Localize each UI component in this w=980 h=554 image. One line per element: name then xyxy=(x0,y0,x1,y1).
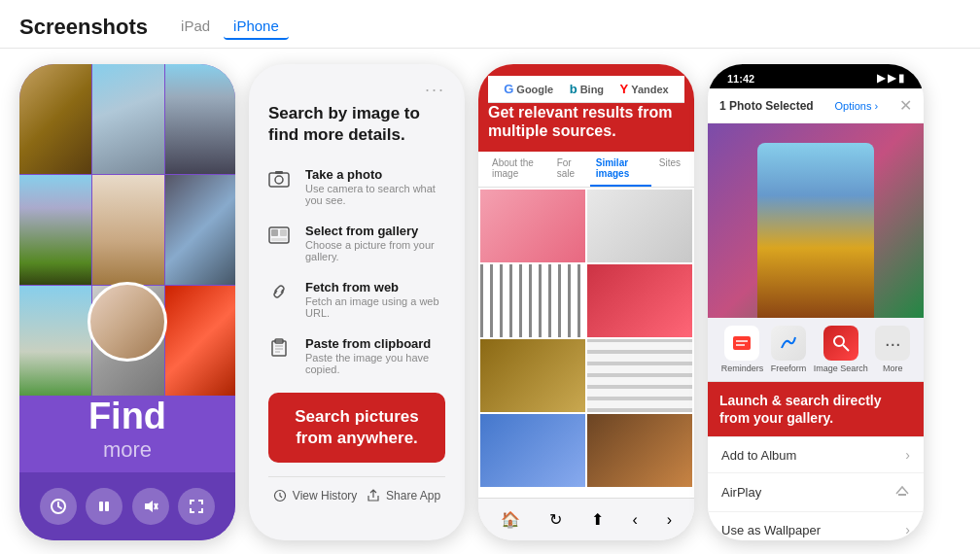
status-icons: ▶ ▶ ▮ xyxy=(877,72,904,85)
collage-asian-woman xyxy=(165,175,235,285)
refresh-icon[interactable] xyxy=(40,488,77,525)
svg-point-22 xyxy=(834,336,844,346)
option-take-photo[interactable]: Take a photo Use camera to search what y… xyxy=(268,167,445,206)
screen2-content: Search by image to find more details. Ta… xyxy=(249,64,465,522)
app-reminders[interactable]: Reminders xyxy=(721,326,764,373)
nav-back-icon[interactable]: ‹ xyxy=(633,511,638,529)
results-tabs: About the image For sale Similar images … xyxy=(478,152,694,188)
page-title: Screenshots xyxy=(19,15,148,40)
app-freeform[interactable]: Freeform xyxy=(771,326,807,373)
option-gallery-text: Select from gallery Choose a picture fro… xyxy=(305,224,445,262)
result-image-1[interactable] xyxy=(480,190,585,262)
apps-row: Reminders Freeform Image Search xyxy=(708,318,924,382)
menu-add-album[interactable]: Add to Album › xyxy=(708,437,924,473)
find-section: Find more xyxy=(19,396,235,463)
nav-share-icon[interactable]: ⬆ xyxy=(591,510,604,529)
svg-rect-6 xyxy=(269,173,289,187)
status-bar: 11:42 ▶ ▶ ▮ xyxy=(708,64,924,88)
option-clipboard-text: Paste from clipboard Paste the image you… xyxy=(305,336,445,375)
nav-refresh-icon[interactable]: ↻ xyxy=(549,510,562,529)
result-image-4[interactable] xyxy=(587,264,692,337)
result-image-3[interactable] xyxy=(480,264,585,337)
nav-home-icon[interactable]: 🏠 xyxy=(501,510,520,529)
screen3-header: G Google b Bing Y Yandex Get relevant re… xyxy=(478,64,694,152)
selection-count: 1 Photo Selected xyxy=(719,99,814,113)
collage-bug xyxy=(165,286,235,396)
circle-woman-overlay xyxy=(88,282,167,362)
engine-google[interactable]: G Google xyxy=(504,82,553,96)
options-button[interactable]: Options › xyxy=(835,100,879,112)
engine-tabs: G Google b Bing Y Yandex xyxy=(488,76,684,103)
expand-icon[interactable] xyxy=(178,488,215,525)
results-grid xyxy=(478,188,694,489)
device-tabs: iPad iPhone xyxy=(171,14,289,40)
selection-bar: 1 Photo Selected Options › ✕ xyxy=(708,88,924,123)
svg-rect-10 xyxy=(271,229,278,236)
time-display: 11:42 xyxy=(727,73,754,85)
close-button[interactable]: ✕ xyxy=(899,96,912,115)
collage-man xyxy=(165,64,235,174)
gallery-icon xyxy=(268,225,294,250)
image-search-icon xyxy=(823,326,858,361)
wallpaper-icon: › xyxy=(905,522,910,537)
result-image-2[interactable] xyxy=(587,190,692,262)
option-take-photo-text: Take a photo Use camera to search what y… xyxy=(305,167,445,206)
screen3-navbar: 🏠 ↻ ⬆ ‹ › xyxy=(478,498,694,540)
engine-yandex[interactable]: Y Yandex xyxy=(620,82,669,96)
results-heading: Get relevant results from multiple sourc… xyxy=(488,103,684,140)
svg-point-7 xyxy=(275,176,283,184)
option-clipboard[interactable]: Paste from clipboard Paste the image you… xyxy=(268,336,445,375)
screen1-toolbar xyxy=(19,472,235,540)
svg-rect-2 xyxy=(105,502,109,511)
link-icon xyxy=(268,281,294,306)
tab-iphone[interactable]: iPhone xyxy=(224,14,289,40)
app-image-search[interactable]: Image Search xyxy=(814,326,868,373)
menu-wallpaper[interactable]: Use as Wallpaper › xyxy=(708,512,924,540)
more-icon: ··· xyxy=(875,326,910,361)
photo-preview xyxy=(708,123,924,318)
option-web[interactable]: Fetch from web Fetch an image using a we… xyxy=(268,280,445,319)
screenshot-1: Find more xyxy=(19,64,235,540)
screenshot-3: G Google b Bing Y Yandex Get relevant re… xyxy=(478,64,694,540)
app-more[interactable]: ··· More xyxy=(875,326,910,373)
airplay-icon xyxy=(894,483,910,502)
more-dots[interactable]: ··· xyxy=(425,80,445,100)
screenshot-2: ··· Search by image to find more details… xyxy=(249,64,465,540)
mute-icon[interactable] xyxy=(132,488,169,525)
image-search-label: Image Search xyxy=(814,364,868,373)
person-in-photo xyxy=(757,143,874,318)
collage-mountain xyxy=(92,64,164,174)
share-app-button[interactable]: Share App xyxy=(367,489,440,502)
tab-similar[interactable]: Similar images xyxy=(590,152,651,187)
search-anywhere-button[interactable]: Search pictures from anywhere. xyxy=(268,393,445,463)
screen2-footer: View History Share App xyxy=(268,476,445,502)
engine-bing[interactable]: b Bing xyxy=(570,82,604,96)
collage-liberty xyxy=(19,175,91,285)
svg-rect-11 xyxy=(280,229,287,236)
reminders-icon xyxy=(724,326,759,361)
option-gallery[interactable]: Select from gallery Choose a picture fro… xyxy=(268,224,445,262)
clipboard-icon xyxy=(268,337,294,363)
add-album-icon: › xyxy=(905,447,910,463)
svg-rect-8 xyxy=(275,171,283,174)
tab-forsale[interactable]: For sale xyxy=(551,152,588,187)
camera-icon xyxy=(268,168,294,193)
screenshot-4: 11:42 ▶ ▶ ▮ 1 Photo Selected Options › ✕… xyxy=(708,64,924,540)
tab-ipad[interactable]: iPad xyxy=(171,14,220,40)
result-image-5[interactable] xyxy=(480,339,585,412)
svg-rect-19 xyxy=(733,336,751,350)
svg-rect-12 xyxy=(271,238,287,241)
nav-forward-icon[interactable]: › xyxy=(667,511,672,529)
result-image-7[interactable] xyxy=(480,414,585,487)
view-history-button[interactable]: View History xyxy=(273,489,357,502)
pause-icon[interactable] xyxy=(86,488,122,525)
tab-sites[interactable]: Sites xyxy=(653,152,686,187)
freeform-icon xyxy=(771,326,806,361)
result-image-8[interactable] xyxy=(587,414,692,487)
screenshots-container: Find more xyxy=(0,49,980,554)
collage-train xyxy=(19,64,91,174)
screen2-title: Search by image to find more details. xyxy=(268,103,445,146)
tab-about[interactable]: About the image xyxy=(486,152,549,187)
menu-airplay[interactable]: AirPlay xyxy=(708,473,924,512)
result-image-6[interactable] xyxy=(587,339,692,412)
